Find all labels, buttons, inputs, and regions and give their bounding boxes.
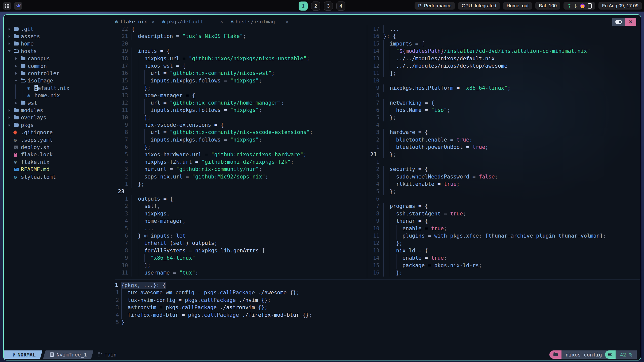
line-number: 14 [370, 254, 383, 262]
indent-guide-line [132, 62, 132, 70]
system-tray[interactable]: ᛒ [564, 2, 595, 10]
tab-flake-nix[interactable]: ❄ flake.nix × [115, 19, 155, 25]
app-launcher-button[interactable] [3, 2, 11, 10]
gpu-indicator[interactable]: GPU: Integrated [458, 2, 500, 10]
nvimtree-file-explorer[interactable]: .gitassetshomehostscanopuscommoncontroll… [4, 25, 114, 345]
code-text: }; [132, 144, 370, 151]
workspace-logo-button[interactable]: $W [14, 2, 22, 10]
folder-icon [14, 42, 21, 46]
line-number: 10 [118, 262, 132, 269]
terminal-window: × ❄ flake.nix × ❄ pkgs/default ... × ❄ h… [3, 14, 641, 360]
indent-guide-line [132, 180, 132, 188]
window-toggle-button[interactable] [612, 18, 625, 26]
terminal-icon: >_ [14, 146, 21, 149]
workspace-switcher: 1 2 3 4 [299, 2, 345, 11]
window-close-button[interactable]: × [625, 18, 636, 26]
indent-guide-line [138, 269, 138, 277]
code-line: 14 enable = true; [370, 254, 640, 262]
tree-item-default-nix[interactable]: ❄default.nix [4, 84, 114, 92]
color-temp-icon [580, 4, 585, 8]
tree-item-gitignore[interactable]: .gitignore [4, 129, 114, 136]
code-text: programs = { [383, 203, 640, 210]
tab-hosts-isoimage[interactable]: ❄ hosts/isoImag.. × [231, 19, 289, 25]
code-line: 11 ]; [370, 70, 640, 77]
tree-item-isoimage[interactable]: isoImage [4, 77, 114, 84]
tree-item-readme-md[interactable]: M↓README.md [4, 166, 114, 173]
tree-item-label: .sops.yaml [21, 137, 53, 143]
cursor-line-number: 23 [118, 188, 132, 195]
tree-item-deploy-sh[interactable]: >_deploy.sh [4, 144, 114, 151]
indent-guide-line [144, 70, 145, 77]
indent-guide-line [144, 129, 145, 136]
indent-guide-line [138, 107, 138, 114]
top-bar: $W 1 2 3 4 P: Performance GPU: Integrate… [0, 0, 644, 12]
editor-flake-nix[interactable]: 22{21 description = "tux's NixOS Flake";… [115, 25, 370, 278]
workspace-button-1[interactable]: 1 [299, 2, 308, 11]
tree-item-canopus[interactable]: canopus [4, 55, 114, 62]
code-line: 6 hostName = "iso"; [370, 107, 640, 114]
code-text: ... [132, 225, 370, 232]
tree-item-sops-yaml[interactable]: ⚙.sops.yaml [4, 136, 114, 144]
line-number: 11 [370, 70, 383, 77]
indent-guide-line [383, 180, 384, 188]
code-line: 3 sudo.wheelNeedsPassword = false; [370, 173, 640, 180]
home-indicator[interactable]: Home: out [503, 2, 532, 10]
code-text: }; [132, 180, 370, 188]
tree-item-common[interactable]: common [4, 62, 114, 70]
code-line: 13 ../../modules/nixos/default.nix [370, 55, 640, 62]
code-text: nixos-hardware.url = "github:nixos/nixos… [132, 151, 370, 158]
indent-guide-line [132, 269, 132, 277]
tree-item-flake-nix[interactable]: ❄flake.nix [4, 158, 114, 166]
code-line: 8 url = "github:nix-community/nix-vscode… [118, 129, 370, 136]
power-profile-indicator[interactable]: P: Performance [415, 2, 455, 10]
tree-item-label: stylua.toml [21, 174, 56, 180]
statusline: V NORMAL NvimTree_1 main nixos-config 42… [4, 350, 640, 359]
tab-pkgs-default[interactable]: ❄ pkgs/default ... × [162, 19, 223, 25]
code-line: 7 inherit (self) outputs; [118, 240, 370, 247]
workspace-button-4[interactable]: 4 [336, 2, 345, 11]
tree-item-hosts[interactable]: hosts [4, 48, 114, 55]
tree-item-controller[interactable]: controller [4, 70, 114, 77]
tree-item-label: canopus [28, 56, 50, 62]
line-number: 13 [370, 55, 383, 62]
tab-close-icon[interactable]: × [152, 19, 155, 25]
code-text: thunar = { [383, 217, 640, 225]
indent-guide-line [144, 254, 145, 262]
tree-item-home-nix[interactable]: ❄home.nix [4, 92, 114, 99]
line-number: 20 [118, 40, 132, 48]
progress-icon-segment [605, 350, 616, 359]
tree-item-modules[interactable]: modules [4, 107, 114, 114]
tree-item-pkgs[interactable]: pkgs [4, 121, 114, 129]
line-number: 15 [370, 262, 383, 269]
tree-item-wsl[interactable]: wsl [4, 99, 114, 107]
code-line: 16 url = "github:nix-community/nixos-wsl… [118, 70, 370, 77]
code-line: 9 thunar = { [370, 217, 640, 225]
chevron-right-icon [8, 109, 14, 112]
workspace-button-3[interactable]: 3 [324, 2, 333, 11]
tree-item-home[interactable]: home [4, 40, 114, 48]
code-line: 3 astronvim = pkgs.callPackage ./astronv… [115, 304, 640, 311]
code-text: nix-ld = { [383, 247, 640, 254]
tree-item-flake-lock[interactable]: flake.lock [4, 151, 114, 158]
tree-item-git[interactable]: .git [4, 25, 114, 33]
tree-item-overlays[interactable]: overlays [4, 114, 114, 121]
workspace-button-2[interactable]: 2 [311, 2, 320, 11]
tree-item-label: controller [28, 70, 59, 76]
tab-close-icon[interactable]: × [220, 19, 223, 25]
code-line: 2 sops-nix.url = "github:Mic92/sops-nix"… [118, 173, 370, 180]
tree-item-stylua-toml[interactable]: ⚙stylua.toml [4, 173, 114, 180]
indent-guide-line [144, 77, 145, 84]
nix-snowflake-icon: ❄ [14, 159, 21, 165]
line-number: 21 [118, 33, 132, 40]
tree-item-assets[interactable]: assets [4, 33, 114, 40]
indent-guide-line [132, 33, 132, 40]
editor-hosts-isoimage-default-nix[interactable]: 17 ...16}: {15 imports = [14 "${modulesP… [367, 25, 640, 278]
line-number: 9 [118, 121, 132, 129]
battery-indicator: Bat: 100 [535, 2, 560, 10]
indent-guide-line [390, 173, 390, 180]
code-line: 16}: { [370, 33, 640, 40]
indent-guide-line [138, 254, 138, 262]
tab-close-icon[interactable]: × [286, 19, 289, 25]
code-line: 1 outputs = { [118, 195, 370, 203]
editor-pkgs-default-nix[interactable]: 1{pkgs, ...}: {1 tux-awesome-wm-config =… [115, 279, 640, 332]
